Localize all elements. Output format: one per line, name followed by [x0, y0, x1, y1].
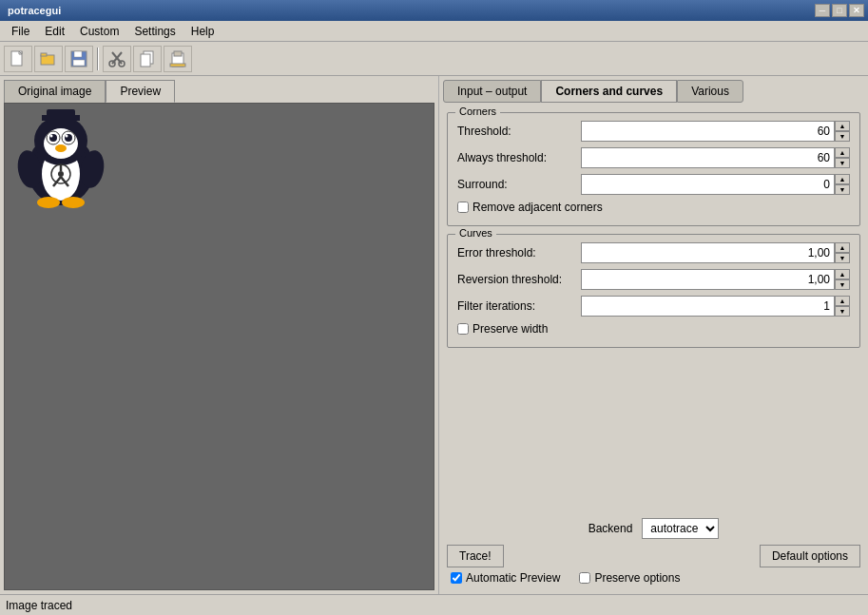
svg-point-29 [55, 144, 67, 152]
always-threshold-label: Always threshold: [457, 151, 581, 164]
maximize-button[interactable]: □ [832, 4, 847, 17]
svg-rect-7 [73, 60, 85, 66]
filter-iterations-spinner: ▲ ▼ [581, 296, 850, 317]
settings-panel: Corners Threshold: ▲ ▼ Always threshold: [443, 108, 864, 518]
threshold-label: Threshold: [457, 125, 581, 138]
filter-iterations-row: Filter iterations: ▲ ▼ [457, 296, 850, 317]
options-row: Automatic Preview Preserve options [443, 567, 864, 590]
auto-preview-checkbox[interactable] [451, 572, 462, 584]
cut-button[interactable] [103, 46, 131, 72]
always-threshold-spin-up[interactable]: ▲ [835, 147, 850, 158]
tab-input-output[interactable]: Input – output [443, 80, 541, 103]
default-options-button[interactable]: Default options [760, 545, 860, 567]
top-tabs: Input – output Corners and curves Variou… [443, 80, 864, 103]
toolbar [0, 42, 868, 76]
close-button[interactable]: ✕ [849, 4, 864, 17]
trace-button[interactable]: Trace! [447, 545, 504, 567]
preserve-width-checkbox[interactable] [457, 323, 469, 335]
filter-iterations-input[interactable] [581, 296, 835, 317]
reversion-threshold-spinner: ▲ ▼ [581, 269, 850, 290]
preserve-options-label: Preserve options [594, 571, 680, 585]
save-button[interactable] [65, 46, 93, 72]
always-threshold-spin-buttons: ▲ ▼ [835, 147, 850, 168]
reversion-threshold-spin-down[interactable]: ▼ [835, 279, 850, 290]
svg-rect-0 [11, 51, 22, 66]
reversion-threshold-row: Reversion threshold: ▲ ▼ [457, 269, 850, 290]
filter-iterations-label: Filter iterations: [457, 299, 581, 313]
open-button[interactable] [34, 46, 63, 72]
threshold-input[interactable] [581, 121, 835, 142]
menu-edit[interactable]: Edit [37, 23, 72, 40]
tab-preview[interactable]: Preview [106, 80, 175, 103]
preserve-width-label: Preserve width [473, 322, 548, 336]
always-threshold-input[interactable] [581, 147, 835, 168]
auto-preview-label: Automatic Preview [466, 571, 560, 585]
filter-iterations-spin-buttons: ▲ ▼ [835, 296, 850, 317]
error-threshold-spin-buttons: ▲ ▼ [835, 242, 850, 263]
surround-input[interactable] [581, 174, 835, 195]
corners-group-title: Corners [455, 106, 500, 117]
threshold-spin-up[interactable]: ▲ [835, 121, 850, 131]
filter-iterations-spin-up[interactable]: ▲ [835, 296, 850, 306]
error-threshold-spin-down[interactable]: ▼ [835, 253, 850, 263]
copy-icon [139, 50, 156, 67]
new-icon [10, 50, 27, 67]
svg-point-24 [50, 135, 53, 138]
menu-settings[interactable]: Settings [126, 23, 183, 40]
tab-original-image[interactable]: Original image [4, 80, 106, 103]
paste-icon [169, 50, 186, 67]
menu-custom[interactable]: Custom [72, 23, 126, 40]
preserve-width-row: Preserve width [457, 322, 850, 336]
minimize-button[interactable]: ─ [815, 4, 830, 17]
curves-group: Curves Error threshold: ▲ ▼ Reversion th… [447, 234, 860, 348]
reversion-threshold-spin-buttons: ▲ ▼ [835, 269, 850, 290]
error-threshold-spin-up[interactable]: ▲ [835, 242, 850, 253]
svg-rect-15 [174, 51, 182, 56]
tab-various[interactable]: Various [677, 80, 743, 103]
surround-spinner: ▲ ▼ [581, 174, 850, 195]
right-panel: Input – output Corners and curves Variou… [439, 76, 868, 594]
menu-help[interactable]: Help [183, 23, 222, 40]
surround-row: Surround: ▲ ▼ [457, 174, 850, 195]
svg-point-35 [58, 171, 64, 177]
reversion-threshold-spin-up[interactable]: ▲ [835, 269, 850, 279]
reversion-threshold-input[interactable] [581, 269, 835, 290]
error-threshold-input[interactable] [581, 242, 835, 263]
paste-button[interactable] [164, 46, 192, 72]
surround-spin-buttons: ▲ ▼ [835, 174, 850, 195]
preserve-options-checkbox[interactable] [579, 572, 590, 584]
surround-spin-down[interactable]: ▼ [835, 184, 850, 195]
remove-adjacent-label: Remove adjacent corners [473, 201, 603, 214]
error-threshold-spinner: ▲ ▼ [581, 242, 850, 263]
window-title: potracegui [4, 5, 61, 16]
filter-iterations-spin-down[interactable]: ▼ [835, 306, 850, 317]
remove-adjacent-row: Remove adjacent corners [457, 201, 850, 214]
always-threshold-row: Always threshold: ▲ ▼ [457, 147, 850, 168]
always-threshold-spin-down[interactable]: ▼ [835, 158, 850, 168]
svg-rect-4 [41, 53, 47, 56]
save-icon [70, 50, 87, 67]
image-tabs: Original image Preview [0, 76, 438, 103]
error-threshold-label: Error threshold: [457, 246, 581, 259]
svg-rect-16 [170, 64, 185, 67]
titlebar: potracegui ─ □ ✕ [0, 0, 868, 21]
copy-button[interactable] [133, 46, 162, 72]
always-threshold-spinner: ▲ ▼ [581, 147, 850, 168]
penguin-svg [9, 107, 113, 212]
surround-spin-up[interactable]: ▲ [835, 174, 850, 184]
cut-icon [108, 50, 125, 67]
tab-corners-and-curves[interactable]: Corners and curves [541, 80, 677, 103]
surround-label: Surround: [457, 178, 581, 191]
error-threshold-row: Error threshold: ▲ ▼ [457, 242, 850, 263]
svg-rect-40 [47, 109, 75, 123]
menu-file[interactable]: File [4, 23, 37, 40]
svg-point-32 [37, 197, 60, 208]
new-button[interactable] [4, 46, 32, 72]
backend-select[interactable]: autotrace potrace [642, 518, 719, 539]
remove-adjacent-checkbox[interactable] [457, 202, 469, 213]
svg-point-33 [62, 197, 85, 208]
threshold-spin-down[interactable]: ▼ [835, 131, 850, 142]
svg-rect-13 [141, 54, 150, 67]
svg-rect-6 [74, 51, 82, 57]
backend-label: Backend [588, 522, 633, 535]
